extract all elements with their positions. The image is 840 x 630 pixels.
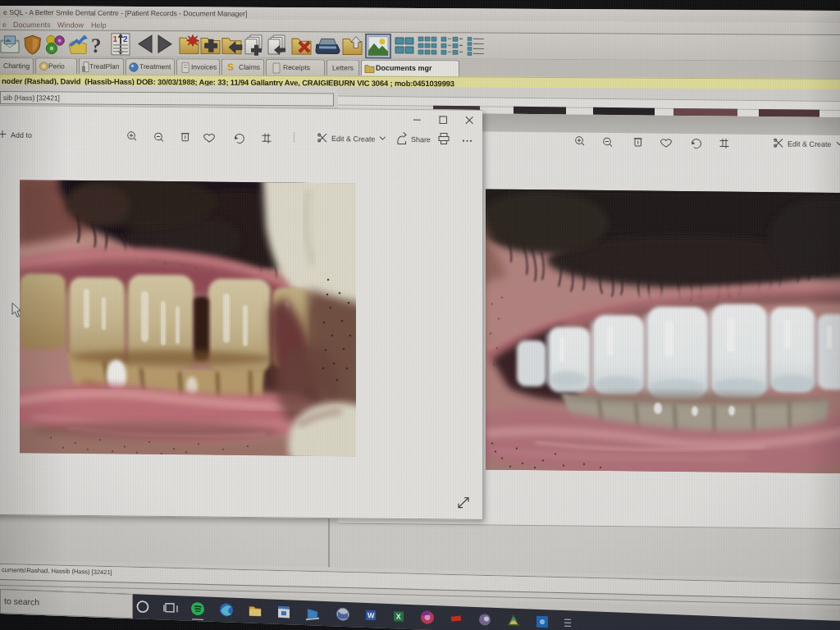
svg-text:2: 2 xyxy=(123,34,128,43)
svg-text:Share: Share xyxy=(411,135,431,144)
svg-text:W: W xyxy=(368,611,375,619)
svg-text:Edit & Create: Edit & Create xyxy=(788,139,832,148)
svg-text:Edit & Create: Edit & Create xyxy=(331,135,376,144)
svg-text:Add to: Add to xyxy=(11,131,32,139)
svg-text:X: X xyxy=(396,612,401,620)
svg-text:1: 1 xyxy=(113,34,118,43)
svg-text:?: ? xyxy=(91,34,101,57)
